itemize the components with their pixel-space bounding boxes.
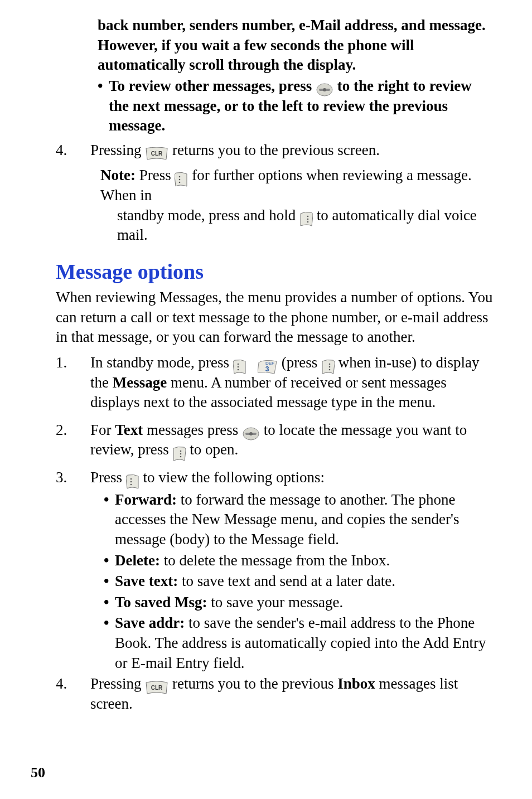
inbox-label: Inbox (337, 675, 375, 692)
opt-label: Save text: (115, 573, 178, 589)
svg-point-15 (329, 363, 331, 365)
step-body: Pressing CLR returns you to the previous… (90, 674, 493, 714)
svg-point-20 (249, 432, 253, 435)
svg-text:CLR: CLR (151, 151, 163, 157)
step-number: 3. (56, 468, 90, 488)
t: In standby mode, press (90, 354, 233, 371)
t: (press (282, 354, 321, 371)
bullet-pre: To review other messages, press (109, 78, 312, 94)
t: messages press (143, 422, 238, 438)
option-save-addr: Save addr: to save the sender's e-mail a… (104, 613, 493, 673)
t: Press (139, 167, 175, 183)
svg-point-5 (179, 179, 181, 181)
step-number: 4. (56, 141, 90, 161)
t: returns you to the previous screen. (172, 142, 380, 158)
step-number: 1. (56, 353, 90, 373)
top-step-4: 4. Pressing CLR returns you to the previ… (56, 141, 493, 161)
t: to open. (190, 441, 238, 458)
opt-label: Save addr: (115, 614, 185, 631)
svg-point-7 (307, 216, 309, 217)
t: Pressing (90, 675, 145, 692)
opt-label: To saved Msg: (115, 594, 207, 611)
svg-point-23 (180, 456, 182, 458)
svg-text:CLR: CLR (151, 685, 163, 691)
t: standby mode, press and hold (117, 207, 299, 224)
step-body: Press to view the following options: (90, 468, 493, 488)
page-number: 50 (31, 763, 45, 782)
svg-point-26 (130, 483, 132, 485)
options-list: Forward: to forward the message to anoth… (104, 490, 493, 674)
t: to view the following options: (143, 469, 325, 486)
step-2: 2. For Text messages press to locate the… (56, 420, 493, 460)
left-soft-key-icon (175, 168, 188, 183)
t: For (90, 422, 115, 438)
left-soft-key-icon (233, 356, 246, 370)
svg-point-9 (307, 221, 309, 223)
svg-point-16 (329, 366, 331, 367)
svg-point-21 (180, 451, 182, 452)
note-block: Note: Press for further options when rev… (100, 166, 493, 245)
opt-text: to save your message. (207, 594, 344, 611)
step-4: 4. Pressing CLR returns you to the previ… (56, 674, 493, 714)
svg-point-25 (130, 481, 132, 482)
svg-point-12 (237, 369, 239, 370)
note-line2: standby mode, press and hold to automati… (117, 206, 493, 245)
clr-key-icon: CLR (145, 677, 168, 691)
step-number: 4. (56, 674, 90, 694)
intro-paragraph: When reviewing Messages, the menu provid… (56, 288, 493, 347)
key-3-def-icon: DEF 3 (258, 356, 278, 370)
option-to-saved-msg: To saved Msg: to save your message. (104, 593, 493, 613)
svg-point-10 (237, 363, 239, 365)
svg-text:3: 3 (265, 365, 269, 373)
page: back number, senders number, e-Mail addr… (0, 0, 532, 799)
right-soft-key-icon (299, 208, 313, 222)
option-delete: Delete: to delete the message from the I… (104, 551, 493, 571)
opt-label: Delete: (115, 552, 160, 569)
left-soft-key-icon (126, 471, 139, 485)
option-save-text: Save text: to save text and send at a la… (104, 572, 493, 592)
note-line1: Note: Press for further options when rev… (100, 166, 493, 205)
nav-joystick-icon (242, 423, 260, 438)
svg-point-8 (307, 219, 309, 220)
opt-label: Forward: (115, 491, 177, 508)
step-body: Pressing CLR returns you to the previous… (90, 141, 493, 161)
note-label: Note: (100, 167, 136, 183)
t: Pressing (90, 142, 145, 158)
svg-point-6 (179, 182, 181, 183)
top-continuation: back number, senders number, e-Mail addr… (98, 16, 493, 136)
opt-text: to delete the message from the Inbox. (160, 552, 390, 569)
step-number: 2. (56, 420, 90, 440)
step-3: 3. Press to view the following options: (56, 468, 493, 488)
nav-joystick-icon (316, 79, 333, 94)
opt-text: to save text and send at a later date. (178, 573, 395, 589)
t: returns you to the previous (172, 675, 337, 692)
text-label: Text (115, 422, 143, 438)
svg-point-22 (180, 453, 182, 455)
svg-point-4 (179, 176, 181, 178)
step-body: In standby mode, press DEF 3 (press (90, 353, 493, 413)
svg-point-11 (237, 366, 239, 367)
option-forward: Forward: to forward the message to anoth… (104, 490, 493, 550)
top-bullet: To review other messages, press to the r… (98, 76, 493, 136)
svg-point-2 (323, 88, 326, 91)
t: Press (90, 469, 126, 486)
step-1: 1. In standby mode, press DEF 3 (press (56, 353, 493, 413)
section-heading: Message options (56, 258, 493, 285)
svg-point-24 (130, 478, 132, 480)
clr-key-icon: CLR (145, 143, 168, 158)
right-soft-key-icon (321, 356, 335, 370)
step-body: For Text messages press to locate the me… (90, 420, 493, 460)
menu-name: Message (113, 374, 167, 391)
right-soft-key-icon (172, 443, 186, 457)
svg-point-17 (329, 369, 331, 370)
cont-text: back number, senders number, e-Mail addr… (98, 17, 486, 73)
